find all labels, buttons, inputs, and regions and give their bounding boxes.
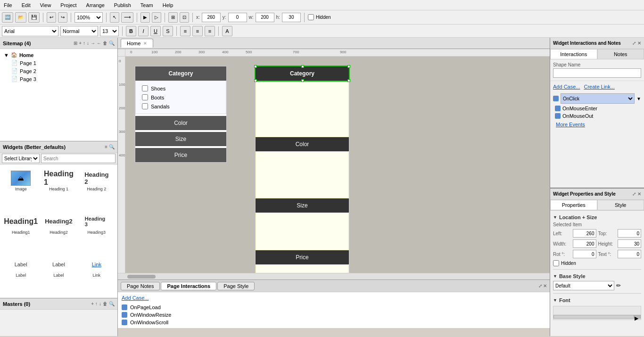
style-tab[interactable]: Style [597, 200, 644, 210]
more-events-link[interactable]: More Events [553, 120, 641, 129]
interactions-create-link[interactable]: Create Link... [584, 84, 614, 90]
bottom-close-icon[interactable]: ✕ [543, 283, 547, 288]
menu-project[interactable]: Project [58, 1, 78, 9]
sitemap-delete-icon[interactable]: 🗑 [103, 41, 107, 46]
align-center-btn[interactable]: ≡ [192, 26, 203, 36]
sitemap-up-icon[interactable]: ↑ [83, 41, 85, 46]
shoes-checkbox[interactable] [142, 85, 148, 91]
y-input[interactable] [228, 13, 247, 22]
properties-expand-icon[interactable]: ⤢ [632, 191, 636, 197]
masters-add-icon[interactable]: + [91, 301, 94, 306]
scrollbar-thumb[interactable] [127, 275, 156, 279]
menu-team[interactable]: Team [139, 1, 155, 9]
page-notes-tab[interactable]: Page Notes [121, 282, 160, 290]
undo-btn[interactable]: ↩ [47, 12, 56, 23]
align-right-btn[interactable]: ≡ [205, 26, 215, 36]
redo-btn[interactable]: ↪ [58, 12, 67, 23]
onmouseout-item[interactable]: OnMouseOut [553, 112, 641, 120]
sitemap-search-icon[interactable]: 🔍 [109, 41, 115, 46]
interactions-tab[interactable]: Interactions [550, 49, 597, 59]
widget-label[interactable]: Label Label [3, 254, 39, 295]
canvas-scroll-area[interactable]: Category Shoes Boots Sandals [125, 57, 550, 273]
menu-edit[interactable]: Edit [20, 1, 33, 9]
size-select[interactable]: 13 [100, 26, 119, 36]
interactions-add-case[interactable]: Add Case... [553, 84, 580, 90]
handle-tr[interactable] [347, 65, 350, 68]
preview2-btn[interactable]: ▷ [152, 12, 161, 23]
sitemap-add-icon[interactable]: + [79, 41, 82, 46]
widget-link[interactable]: Link Link [79, 254, 115, 295]
hidden-checkbox[interactable] [308, 14, 314, 20]
connector-tool[interactable]: ⟶ [121, 12, 133, 23]
open-btn[interactable]: 📂 [15, 12, 26, 23]
pointer-tool[interactable]: ↖ [110, 12, 119, 23]
boots-checkbox[interactable] [142, 94, 148, 100]
shape-name-input[interactable] [553, 68, 641, 78]
widgets-search-toggle[interactable]: 🔍 [109, 144, 115, 149]
right-color-btn[interactable]: Color [256, 137, 349, 151]
masters-down-icon[interactable]: ↓ [99, 301, 101, 306]
sandals-checkbox[interactable] [142, 103, 148, 109]
base-style-edit-icon[interactable]: ✏ [616, 282, 621, 289]
widget-heading2-col2[interactable]: Heading 2 Heading 2 [79, 167, 115, 209]
sitemap-outdent-icon[interactable]: ← [97, 41, 101, 46]
top-value[interactable] [618, 229, 641, 238]
snap-btn[interactable]: ⊡ [180, 12, 189, 23]
checkbox-shoes[interactable]: Shoes [140, 84, 221, 93]
page-style-tab[interactable]: Page Style [217, 282, 255, 290]
menu-help[interactable]: Help [161, 1, 175, 9]
widget-heading1-col1[interactable]: Heading 1 Heading 1 [41, 167, 76, 209]
sitemap-down-icon[interactable]: ↓ [87, 41, 89, 46]
h-input[interactable] [282, 13, 301, 22]
onclick-arrow[interactable]: ▼ [636, 96, 641, 101]
sitemap-expand-icon[interactable]: ⊞ [74, 41, 77, 46]
width-value[interactable] [573, 239, 596, 248]
left-price-btn[interactable]: Price [135, 148, 226, 162]
properties-tab[interactable]: Properties [550, 200, 597, 210]
font-hscroll-btn[interactable]: ▶ [634, 315, 641, 319]
handle-tc[interactable] [301, 65, 304, 68]
horizontal-scrollbar[interactable] [118, 273, 550, 279]
library-select[interactable]: Select Library [2, 154, 40, 163]
handle-bl[interactable] [254, 79, 257, 82]
text-value[interactable] [618, 250, 641, 258]
height-value[interactable] [618, 239, 641, 248]
hidden-prop-checkbox[interactable] [553, 260, 559, 266]
widget-image[interactable]: Image [3, 167, 39, 209]
sitemap-indent-icon[interactable]: → [91, 41, 95, 46]
base-style-select[interactable]: Default [553, 281, 614, 290]
widget-heading3[interactable]: Heading 3 Heading3 [79, 211, 115, 252]
bottom-expand-icon[interactable]: ⤢ [538, 283, 542, 288]
bottom-add-case[interactable]: Add Case... [122, 295, 149, 301]
masters-search-icon[interactable]: 🔍 [109, 301, 115, 306]
underline-btn[interactable]: U [150, 26, 161, 36]
bottom-event-windowscroll[interactable]: OnWindowScroll [122, 319, 546, 326]
page-interactions-tab[interactable]: Page Interactions [161, 282, 216, 290]
handle-tl[interactable] [254, 65, 257, 68]
masters-delete-icon[interactable]: 🗑 [103, 301, 107, 306]
handle-br[interactable] [347, 79, 350, 82]
w-input[interactable] [256, 13, 274, 22]
left-size-btn[interactable]: Size [135, 132, 226, 146]
onmouseenter-item[interactable]: OnMouseEnter [553, 105, 641, 112]
align-left-btn[interactable]: ≡ [180, 26, 190, 36]
interactions-expand-icon[interactable]: ⤢ [632, 41, 636, 46]
color-btn[interactable]: A [222, 26, 232, 36]
notes-tab[interactable]: Notes [597, 49, 644, 59]
sitemap-page1[interactable]: 📄 Page 1 [9, 59, 116, 67]
left-color-btn[interactable]: Color [135, 116, 226, 130]
handle-bc[interactable] [301, 79, 304, 82]
onclick-select[interactable]: OnClick [561, 93, 635, 104]
grid-btn[interactable]: ⊞ [168, 12, 178, 23]
canvas-tab-close[interactable]: ✕ [143, 41, 147, 46]
sitemap-page3[interactable]: 📄 Page 3 [9, 75, 116, 83]
rot-value[interactable] [573, 250, 596, 258]
checkbox-boots[interactable]: Boots [140, 93, 221, 102]
interactions-close-icon[interactable]: ✕ [637, 41, 641, 46]
widgets-search[interactable] [41, 154, 116, 163]
right-category-header[interactable]: Category [256, 66, 349, 81]
menu-arrange[interactable]: Arrange [84, 1, 107, 9]
widget-heading2[interactable]: Heading2 Heading2 [41, 211, 76, 252]
zoom-select[interactable]: 100% [74, 12, 103, 23]
right-size-btn[interactable]: Size [256, 198, 349, 213]
